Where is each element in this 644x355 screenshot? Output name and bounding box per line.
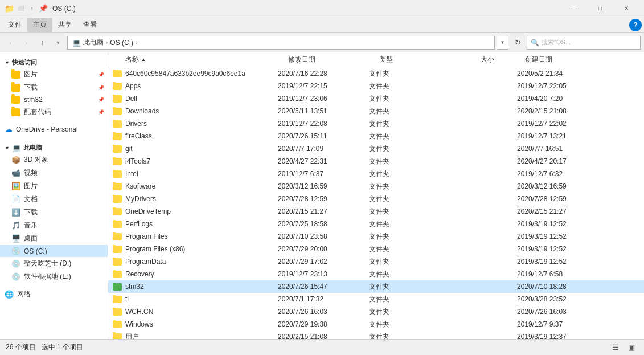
pin-icon: 📌 [98,85,104,91]
table-row[interactable]: Windows 2020/7/29 19:38 文件夹 2019/12/7 9:… [108,318,644,330]
table-row[interactable]: 640c60c95847a633b2ee99c9a0c6ee1a 2020/7/… [108,67,644,80]
table-row[interactable]: ti 2020/7/1 17:32 文件夹 2020/3/28 23:52 [108,293,644,305]
table-row[interactable]: Apps 2019/12/7 22:15 文件夹 2019/12/7 22:05 [108,80,644,92]
table-row[interactable]: PerfLogs 2020/7/25 18:58 文件夹 2019/3/19 1… [108,218,644,230]
file-date-cell: 2020/5/11 13:51 [278,107,369,115]
column-header-type[interactable]: 类型 [379,55,481,64]
path-dropdown[interactable]: ▼ [497,36,508,50]
table-row[interactable]: git 2020/7/7 17:09 文件夹 2020/7/7 16:51 [108,142,644,155]
file-name-cell: ProgramData [113,258,278,266]
search-box[interactable]: 🔍 搜索"OS... [527,36,641,50]
file-type-cell: 文件夹 [369,182,471,191]
minimize-button[interactable]: — [561,0,587,17]
drive-icon: 💿 [11,259,20,268]
this-pc-header[interactable]: ▼ 💻 此电脑 [0,140,108,153]
file-date-cell: 2019/12/7 22:15 [278,82,369,90]
sidebar-item-label: 软件根据地 (E:) [24,272,71,281]
close-button[interactable]: ✕ [613,0,639,17]
drive-icon: 💿 [11,272,20,281]
folder-icon [11,96,20,104]
sidebar-item-video[interactable]: 📹 视频 [0,166,108,179]
table-row[interactable]: fireClass 2020/7/26 15:11 文件夹 2019/12/7 … [108,130,644,142]
menu-file[interactable]: 文件 [2,18,27,32]
file-date-cell: 2019/12/7 23:06 [278,95,369,103]
file-name-cell: OneDriveTemp [113,207,278,215]
back-button[interactable]: ‹ [3,36,17,50]
large-icons-button[interactable]: ▣ [625,341,638,354]
table-row[interactable]: WCH.CN 2020/7/26 16:03 文件夹 2020/7/26 16:… [108,305,644,318]
file-created-cell: 2019/3/19 12:52 [517,232,644,240]
menu-share[interactable]: 共享 [52,18,77,32]
menu-view[interactable]: 查看 [77,18,102,32]
up-button[interactable]: ↑ [35,36,49,50]
folder-icon [11,108,20,116]
sidebar-item-drive-e[interactable]: 💿 软件根据地 (E:) [0,270,108,283]
table-row[interactable]: ProgramData 2020/7/29 17:02 文件夹 2019/3/1… [108,255,644,268]
file-type-cell: 文件夹 [369,107,471,116]
file-date-cell: 2020/7/29 17:02 [278,258,369,266]
help-button[interactable]: ? [629,19,642,31]
table-row[interactable]: Dell 2019/12/7 23:06 文件夹 2019/4/20 7:20 [108,92,644,105]
sidebar-item-peisuidaima[interactable]: 配套代码 📌 [0,105,108,119]
sidebar-item-desktop[interactable]: 🖥️ 桌面 [0,232,108,245]
file-type-cell: 文件夹 [369,232,471,242]
table-row[interactable]: Program Files 2020/7/10 23:58 文件夹 2019/3… [108,230,644,243]
address-path[interactable]: 💻 此电脑 › OS (C:) › [67,36,495,50]
column-header-created[interactable]: 创建日期 [525,55,644,64]
search-icon: 🔍 [531,39,539,47]
sidebar-item-downloads[interactable]: 下载 📌 [0,81,108,94]
toolbar-icon-up: ↑ [27,4,36,13]
table-row[interactable]: 用户 2020/2/15 21:08 文件夹 2019/3/19 12:37 [108,330,644,339]
table-row[interactable]: Program Files (x86) 2020/7/29 20:00 文件夹 … [108,243,644,255]
window-controls: — □ ✕ [561,0,639,17]
file-created-cell: 2019/3/19 12:52 [517,220,644,228]
table-row[interactable]: MyDrivers 2020/7/28 12:59 文件夹 2020/7/28 … [108,193,644,205]
table-row[interactable]: Ksoftware 2020/3/12 16:59 文件夹 2020/3/12 … [108,180,644,193]
table-row[interactable]: Recovery 2019/12/7 23:13 文件夹 2019/12/7 6… [108,268,644,280]
sidebar-item-drive-d[interactable]: 💿 整天吃芝士 (D:) [0,257,108,270]
file-created-cell: 2019/12/7 22:02 [517,120,644,128]
sidebar-item-pictures[interactable]: 图片 📌 [0,68,108,81]
folder-icon: 🎵 [11,221,20,230]
quick-access-header[interactable]: ▼ 快速访问 [0,55,108,68]
file-created-cell: 2019/12/7 13:21 [517,132,644,140]
menu-home[interactable]: 主页 [27,18,52,32]
sidebar-item-downloads2[interactable]: ⬇️ 下载 [0,206,108,219]
file-type-cell: 文件夹 [369,307,471,317]
refresh-button[interactable]: ↻ [511,36,524,50]
table-row[interactable]: stm32 2020/7/26 15:47 文件夹 2020/7/10 18:2… [108,280,644,293]
table-row[interactable]: i4Tools7 2020/4/27 22:31 文件夹 2020/4/27 2… [108,155,644,168]
file-created-cell: 2020/5/2 21:34 [517,70,644,77]
column-header-modified[interactable]: 修改日期 [288,55,379,64]
sidebar-item-drive-c[interactable]: 💿 OS (C:) [0,245,108,257]
sidebar-item-3dobjects[interactable]: 📦 3D 对象 [0,153,108,166]
file-type-cell: 文件夹 [369,119,471,129]
title-bar: 📁 ⬜ ↑ 📌 OS (C:) — □ ✕ [0,0,644,17]
file-created-cell: 2019/4/20 7:20 [517,95,644,103]
recent-button[interactable]: ▼ [51,36,65,50]
quick-access-arrow: ▼ [5,60,10,66]
file-created-cell: 2019/12/7 22:05 [517,82,644,90]
file-date-cell: 2020/7/26 15:47 [278,283,369,291]
sidebar-item-documents[interactable]: 📄 文档 [0,193,108,206]
file-created-cell: 2020/7/28 12:59 [517,195,644,203]
maximize-button[interactable]: □ [587,0,613,17]
sidebar-item-music[interactable]: 🎵 音乐 [0,219,108,232]
table-row[interactable]: Intel 2019/12/7 6:37 文件夹 2019/12/7 6:32 [108,168,644,180]
window-icon: 📁 [5,4,14,13]
sidebar-item-label: OneDrive - Personal [16,125,78,133]
table-row[interactable]: Drivers 2019/12/7 22:08 文件夹 2019/12/7 22… [108,117,644,130]
sidebar-item-label: 桌面 [24,234,38,243]
sidebar-item-pictures2[interactable]: 🖼️ 图片 [0,179,108,193]
column-header-size[interactable]: 大小 [481,55,525,64]
table-row[interactable]: Downloads 2020/5/11 13:51 文件夹 2020/2/15 … [108,105,644,117]
sidebar-item-stm32[interactable]: stm32 📌 [0,94,108,105]
sidebar-item-network[interactable]: 🌐 网络 [0,288,108,301]
column-header-name[interactable]: 名称 ▲ [125,55,288,64]
file-list: 640c60c95847a633b2ee99c9a0c6ee1a 2020/7/… [108,67,644,339]
folder-icon: ⬇️ [11,208,20,217]
forward-button[interactable]: › [19,36,33,50]
details-view-button[interactable]: ☰ [609,341,622,354]
sidebar-item-onedrive[interactable]: ☁ OneDrive - Personal [0,123,108,136]
table-row[interactable]: OneDriveTemp 2020/2/15 21:27 文件夹 2020/2/… [108,205,644,218]
